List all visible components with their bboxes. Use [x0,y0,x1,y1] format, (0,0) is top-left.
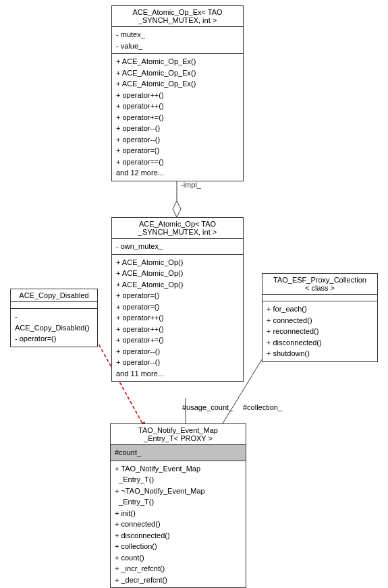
tao-esf-proxy-collection-title: TAO_ESF_Proxy_Collection < class > [262,274,377,295]
ace-copy-disabled-box: ACE_Copy_Disabled - ACE_Copy_Disabled() … [10,289,98,347]
title-line2: _SYNCH_MUTEX, int > [116,228,239,236]
field-mutex: - mutex_ [116,29,239,40]
usage-count-label: #usage_count_ [182,403,233,411]
tao-notify-event-map-entry-box: TAO_Notify_Event_Map _Entry_T< PROXY > #… [110,423,246,588]
ace-atomic-op-title: ACE_Atomic_Op< TAO _SYNCH_MUTEX, int > [112,218,243,239]
tao-notify-entry-count-field: #count_ [111,445,246,461]
collection-label: #collection_ [243,403,282,411]
svg-text:-impl_: -impl_ [181,181,202,189]
ace-atomic-op-fields: - own_mutex_ [112,239,243,255]
field-value: - value_ [116,40,239,52]
ace-atomic-op-ex-fields: - mutex_ - value_ [112,27,243,54]
ace-atomic-op-ex-title: ACE_Atomic_Op_Ex< TAO _SYNCH_MUTEX, int … [112,6,243,27]
ace-atomic-op-ex-methods: + ACE_Atomic_Op_Ex() + ACE_Atomic_Op_Ex(… [112,54,243,181]
svg-marker-1 [173,201,181,217]
title-line2: _SYNCH_MUTEX, int > [116,16,239,24]
tao-notify-entry-title: TAO_Notify_Event_Map _Entry_T< PROXY > [111,424,246,445]
uml-diagram: -impl_ ACE_Atomic_Op_Ex< TAO _SYNCH_MUTE… [0,0,388,588]
ace-atomic-op-methods: + ACE_Atomic_Op() + ACE_Atomic_Op() + AC… [112,255,243,382]
title-line1: ACE_Atomic_Op_Ex< TAO [116,8,239,16]
ace-atomic-op-box: ACE_Atomic_Op< TAO _SYNCH_MUTEX, int > -… [111,217,244,382]
ace-copy-disabled-methods: - ACE_Copy_Disabled() - operator=() [11,309,97,347]
tao-esf-proxy-collection-box: TAO_ESF_Proxy_Collection < class > + for… [262,273,378,362]
tao-esf-proxy-collection-methods: + for_each() + connected() + reconnected… [262,301,377,361]
title-line1: ACE_Atomic_Op< TAO [116,220,239,228]
tao-esf-proxy-collection-empty [262,295,377,301]
tao-notify-entry-methods: + TAO_Notify_Event_Map _Entry_T() + ~TAO… [111,461,246,588]
ace-copy-disabled-empty [11,302,97,309]
ace-copy-disabled-title: ACE_Copy_Disabled [11,289,97,302]
ace-atomic-op-ex-box: ACE_Atomic_Op_Ex< TAO _SYNCH_MUTEX, int … [111,5,244,181]
